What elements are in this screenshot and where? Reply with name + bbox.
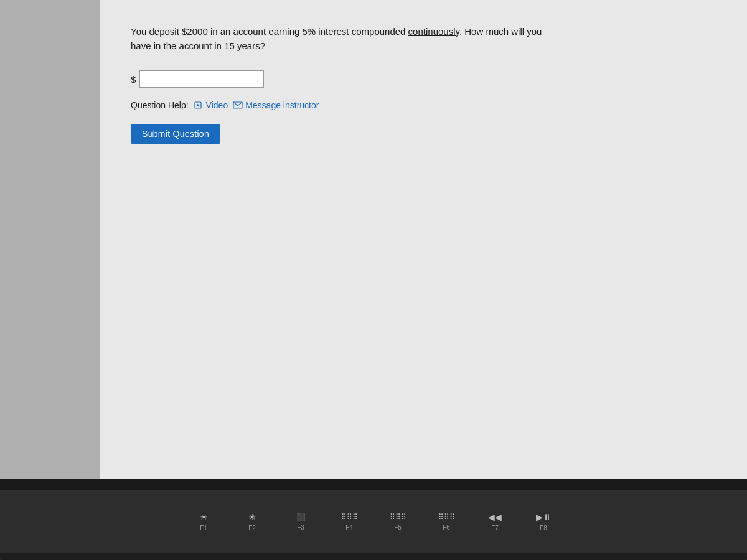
envelope-icon (233, 101, 243, 109)
video-icon (194, 100, 204, 110)
svg-marker-1 (197, 104, 200, 106)
f5-icon: ⠿⠿⠿ (390, 513, 406, 521)
help-label: Question Help: (131, 100, 189, 110)
answer-input[interactable] (139, 70, 264, 88)
main-content: You deposit $2000 in an account earning … (100, 0, 747, 479)
question-text-part1: You deposit $2000 in an account earning … (131, 26, 408, 37)
f4-icon: ⠿⠿⠿ (341, 513, 358, 521)
question-text-underline: continuously (408, 26, 459, 37)
video-link[interactable]: Video (194, 100, 228, 110)
fn-key-f2[interactable]: ☀ F2 (230, 512, 274, 531)
f7-icon: ◀◀ (488, 512, 502, 522)
fn-key-f7[interactable]: ◀◀ F7 (473, 512, 517, 531)
message-instructor-label: Message instructor (245, 100, 319, 110)
left-sidebar (0, 0, 100, 479)
keyboard-bottom (0, 553, 747, 560)
f6-icon: ⠿⠿⠿ (438, 513, 455, 521)
fn-key-f6[interactable]: ⠿⠿⠿ F6 (425, 513, 468, 531)
submit-button[interactable]: Submit Question (131, 124, 220, 144)
video-label: Video (206, 100, 228, 110)
keyboard-top-bar (0, 479, 747, 490)
f1-icon: ☀ (200, 512, 208, 522)
message-instructor-link[interactable]: Message instructor (233, 100, 319, 110)
keyboard-body: ☀ F1 ☀ F2 ⬛ F3 ⠿⠿⠿ F4 ⠿⠿⠿ F5 ⠿⠿⠿ F6 (0, 490, 747, 553)
fn-key-f8[interactable]: ▶⏸ F8 (522, 512, 565, 531)
fn-key-f3[interactable]: ⬛ F3 (279, 513, 322, 531)
f8-icon: ▶⏸ (536, 512, 552, 522)
question-help-row: Question Help: Video Message (131, 100, 716, 110)
answer-row: $ (131, 70, 716, 88)
fn-key-f5[interactable]: ⠿⠿⠿ F5 (376, 513, 420, 531)
f3-icon: ⬛ (296, 513, 306, 521)
fn-keys-row: ☀ F1 ☀ F2 ⬛ F3 ⠿⠿⠿ F4 ⠿⠿⠿ F5 ⠿⠿⠿ F6 (182, 512, 565, 531)
keyboard-area: ☀ F1 ☀ F2 ⬛ F3 ⠿⠿⠿ F4 ⠿⠿⠿ F5 ⠿⠿⠿ F6 (0, 479, 747, 560)
f2-icon: ☀ (248, 512, 256, 522)
fn-key-f1[interactable]: ☀ F1 (182, 512, 225, 531)
question-text: You deposit $2000 in an account earning … (131, 25, 554, 53)
dollar-sign: $ (131, 74, 136, 85)
submit-row: Submit Question (131, 124, 716, 144)
fn-key-f4[interactable]: ⠿⠿⠿ F4 (327, 513, 371, 531)
